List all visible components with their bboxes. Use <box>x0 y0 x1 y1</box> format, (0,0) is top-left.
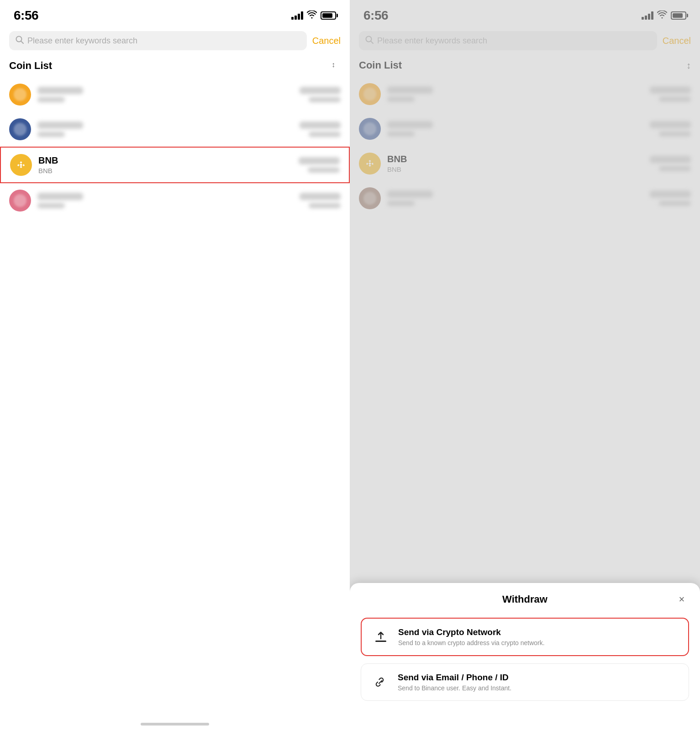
coin-change-blurred-r2 <box>659 131 691 137</box>
search-placeholder-right: Please enter keywords search <box>377 36 487 46</box>
crypto-network-desc: Send to a known crypto address via crypt… <box>398 639 679 646</box>
coin-value-blurred-r4 <box>650 191 691 198</box>
bnb-coin-left-right: BNB BNB <box>359 153 407 175</box>
sort-icon-right[interactable]: ↕ <box>686 60 691 71</box>
bnb-info-right: BNB BNB <box>387 154 407 173</box>
coin-left-r1 <box>359 83 433 105</box>
signal-bar-2 <box>295 16 297 20</box>
cancel-button-left[interactable]: Cancel <box>312 36 341 46</box>
list-item-r1[interactable] <box>350 77 700 111</box>
bnb-value-blurred <box>299 157 340 164</box>
battery-fill-left <box>322 13 332 18</box>
list-item-r2[interactable] <box>350 111 700 146</box>
list-item[interactable] <box>0 183 350 218</box>
status-bar-left: 6:56 <box>0 0 350 27</box>
svg-line-1 <box>21 41 23 43</box>
bnb-value-blurred-right <box>650 156 691 163</box>
signal-bar-r1 <box>642 17 644 20</box>
search-input-wrapper-right[interactable]: Please enter keywords search <box>359 31 657 50</box>
status-icons-right <box>642 11 686 21</box>
signal-bar-r3 <box>648 14 650 20</box>
coin-left-r4 <box>359 187 433 209</box>
bnb-right <box>299 157 340 173</box>
coin-info <box>37 193 83 208</box>
close-button[interactable]: × <box>674 592 689 607</box>
right-phone-panel: 6:56 <box>350 0 700 731</box>
bnb-list-item-right[interactable]: BNB BNB <box>350 146 700 181</box>
crypto-network-option[interactable]: Send via Crypto Network Send to a known … <box>361 618 689 656</box>
battery-fill-right <box>673 13 683 18</box>
bnb-symbol: BNB <box>38 167 58 175</box>
coin-left <box>9 190 83 212</box>
coin-value-blurred-r1 <box>650 86 691 94</box>
status-time-right: 6:56 <box>363 8 388 23</box>
list-item-r4[interactable] <box>350 181 700 216</box>
coin-logo-r2 <box>359 118 381 140</box>
coin-info-r1 <box>387 86 433 102</box>
coin-left <box>9 118 83 140</box>
email-phone-title: Send via Email / Phone / ID <box>398 673 679 683</box>
coin-logo <box>9 190 31 212</box>
list-item[interactable] <box>0 77 350 112</box>
coin-change-blurred <box>309 203 341 208</box>
coin-name-blurred-r2 <box>387 121 433 128</box>
crypto-network-title: Send via Crypto Network <box>398 627 679 637</box>
upload-icon <box>371 627 391 647</box>
coin-symbol-blurred-r4 <box>387 201 415 206</box>
bnb-symbol-right: BNB <box>387 165 407 173</box>
svg-line-5 <box>371 41 373 43</box>
coin-value-blurred <box>300 193 341 200</box>
email-phone-option[interactable]: Send via Email / Phone / ID Send to Bina… <box>361 663 689 701</box>
bnb-change-blurred <box>308 167 340 173</box>
bnb-right-right <box>650 156 691 171</box>
coin-info <box>37 87 83 102</box>
status-bar-right: 6:56 <box>350 0 700 27</box>
cancel-button-right[interactable]: Cancel <box>663 36 691 46</box>
sort-icon-left[interactable]: ↕ <box>331 59 341 72</box>
battery-icon-left <box>321 11 336 20</box>
coin-value-blurred-r2 <box>650 121 691 128</box>
bottom-sheet-header: Withdraw × <box>361 592 689 607</box>
search-bar-left[interactable]: Please enter keywords search Cancel <box>0 27 350 56</box>
signal-bar-1 <box>291 17 294 20</box>
search-input-wrapper-left[interactable]: Please enter keywords search <box>9 31 307 50</box>
coin-list-title-left: Coin List <box>9 60 52 72</box>
wifi-icon-right <box>657 11 667 21</box>
status-time-left: 6:56 <box>14 8 38 23</box>
coin-change-blurred-r4 <box>659 201 691 206</box>
bnb-logo <box>10 154 32 176</box>
signal-bars-right <box>642 11 653 20</box>
bnb-list-item[interactable]: BNB BNB <box>0 147 350 183</box>
coin-list-header-right: Coin List ↕ <box>350 56 700 77</box>
signal-bar-r4 <box>651 11 653 20</box>
coin-symbol-blurred-r2 <box>387 131 415 137</box>
bnb-change-blurred-right <box>659 166 691 171</box>
coin-left-r2 <box>359 118 433 140</box>
wifi-icon-left <box>307 11 317 21</box>
coin-right <box>300 87 341 102</box>
coin-name-blurred-r1 <box>387 86 433 94</box>
coin-logo-r4 <box>359 187 381 209</box>
coin-right-r2 <box>650 121 691 137</box>
list-item[interactable] <box>0 112 350 147</box>
coin-right <box>300 193 341 208</box>
coin-name-blurred <box>37 87 83 94</box>
svg-text:↕: ↕ <box>332 61 335 69</box>
coin-symbol-blurred <box>37 97 65 102</box>
svg-rect-7 <box>375 641 386 642</box>
signal-bar-4 <box>301 11 303 20</box>
link-icon <box>370 672 390 692</box>
bnb-name-right: BNB <box>387 154 407 164</box>
bottom-sheet-title: Withdraw <box>375 593 674 605</box>
search-icon-left <box>16 36 24 46</box>
bnb-logo-right <box>359 153 381 175</box>
signal-bars-left <box>291 11 303 20</box>
coin-change-blurred-r1 <box>659 96 691 102</box>
search-bar-right[interactable]: Please enter keywords search Cancel <box>350 27 700 56</box>
coin-change-blurred <box>309 132 341 137</box>
coin-logo <box>9 118 31 140</box>
withdraw-bottom-sheet: Withdraw × Send via Crypto Network Send … <box>350 583 700 731</box>
left-phone-panel: 6:56 <box>0 0 350 731</box>
bnb-coin-left: BNB BNB <box>10 154 58 176</box>
coin-logo <box>9 84 31 106</box>
